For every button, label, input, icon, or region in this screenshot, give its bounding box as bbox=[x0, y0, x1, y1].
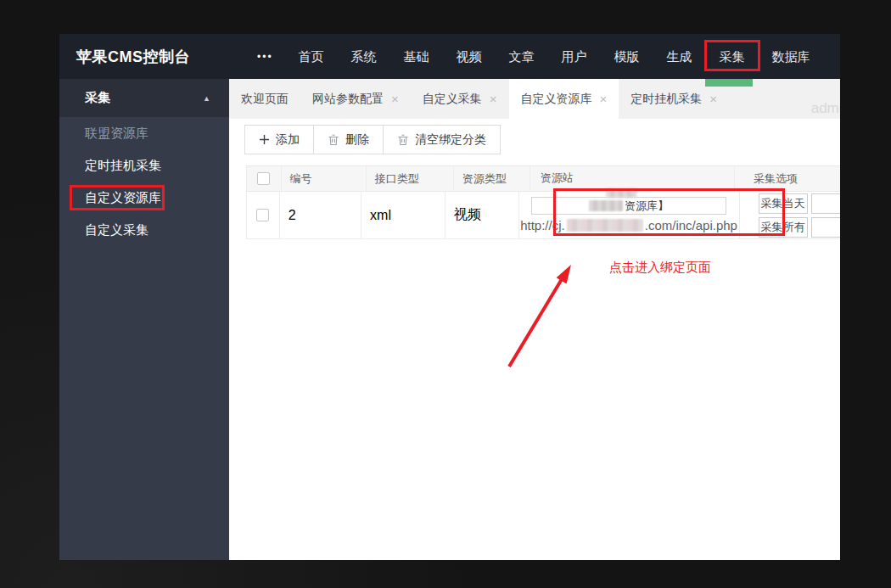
plus-icon bbox=[259, 134, 270, 145]
app-title: 苹果CMS控制台 bbox=[76, 47, 257, 67]
clear-bound-categories-button[interactable]: 清空绑定分类 bbox=[383, 125, 501, 154]
nav-item-basic[interactable]: 基础 bbox=[391, 34, 442, 79]
tab-close-icon[interactable]: × bbox=[391, 92, 399, 105]
row-checkbox[interactable] bbox=[256, 209, 269, 221]
sidebar-item-custom-resource[interactable]: 自定义资源库 bbox=[59, 182, 229, 214]
nav-item-user[interactable]: 用户 bbox=[549, 34, 600, 79]
app-window: 苹果CMS控制台 ••• 首页 系统 基础 视频 文章 用户 模版 生成 采集 … bbox=[59, 34, 840, 560]
resource-api-url[interactable]: http://cj. .com/inc/api.php bbox=[520, 218, 737, 232]
add-button[interactable]: 添加 bbox=[244, 125, 314, 154]
collapse-arrow-icon: ▲ bbox=[203, 94, 210, 103]
cell-resource-type: 视频 bbox=[445, 192, 518, 238]
column-header-api-type: 接口类型 bbox=[366, 166, 453, 191]
column-header-resource-type: 资源类型 bbox=[453, 166, 530, 191]
column-header-id: 编号 bbox=[281, 166, 366, 191]
cell-id: 2 bbox=[279, 192, 361, 238]
nav-item-collect[interactable]: 采集 bbox=[707, 34, 758, 79]
sidebar-item-custom-collect[interactable]: 自定义采集 bbox=[59, 214, 229, 246]
desktop-background: 苹果CMS控制台 ••• 首页 系统 基础 视频 文章 用户 模版 生成 采集 … bbox=[0, 0, 891, 588]
cell-collect-options: 采集当天 采集所有 bbox=[739, 192, 840, 238]
sidebar-item-timed-collect[interactable]: 定时挂机采集 bbox=[59, 149, 229, 182]
nav-item-system[interactable]: 系统 bbox=[339, 34, 389, 79]
column-header-collect-options: 采集选项 bbox=[734, 166, 840, 191]
nav-item-article[interactable]: 文章 bbox=[496, 34, 547, 79]
nav-item-generate[interactable]: 生成 bbox=[654, 34, 705, 79]
active-nav-indicator bbox=[705, 79, 753, 87]
resource-table: 编号 接口类型 资源类型 资源站 采集选项 2 xml 视频 bbox=[246, 165, 840, 239]
cell-resource-site: 资源库】 http://cj. .com/inc/api.php bbox=[518, 192, 739, 238]
main-panel: 欢迎页面 网站参数配置 × 自定义采集 × 自定义资源库 × bbox=[229, 79, 840, 560]
tab-site-params[interactable]: 网站参数配置 × bbox=[300, 79, 411, 119]
censored-blur bbox=[567, 219, 643, 232]
nav-item-video[interactable]: 视频 bbox=[444, 34, 495, 79]
tab-custom-resource[interactable]: 自定义资源库 × bbox=[509, 79, 619, 119]
table-header-row: 编号 接口类型 资源类型 资源站 采集选项 bbox=[246, 165, 840, 192]
censored-blur bbox=[589, 200, 623, 211]
trash-icon bbox=[397, 134, 409, 146]
annotation-text: 点击进入绑定页面 bbox=[609, 260, 711, 276]
menu-collapse-icon[interactable]: ••• bbox=[257, 51, 273, 63]
table-row: 2 xml 视频 资源库】 http://cj. bbox=[246, 192, 840, 239]
annotation-arrow-icon bbox=[505, 256, 586, 371]
tab-custom-collect[interactable]: 自定义采集 × bbox=[411, 79, 509, 119]
username-watermark: admin bbox=[811, 100, 840, 117]
delete-button[interactable]: 删除 bbox=[313, 125, 384, 154]
sidebar-item-union-resource[interactable]: 联盟资源库 bbox=[59, 117, 229, 149]
tab-close-icon[interactable]: × bbox=[490, 92, 497, 105]
sidebar: 采集 ▲ 联盟资源库 定时挂机采集 自定义资源库 自定义采集 bbox=[59, 79, 229, 560]
resource-name-input[interactable]: 资源库】 bbox=[531, 197, 726, 215]
app-body: 采集 ▲ 联盟资源库 定时挂机采集 自定义资源库 自定义采集 欢迎页面 bbox=[59, 79, 840, 560]
nav-item-database[interactable]: 数据库 bbox=[759, 34, 823, 79]
cell-api-type: xml bbox=[361, 192, 445, 238]
tab-welcome[interactable]: 欢迎页面 bbox=[229, 79, 300, 119]
column-header-resource-site: 资源站 bbox=[530, 166, 734, 191]
content-area: 添加 删除 清空绑定分类 bbox=[229, 119, 840, 560]
select-all-checkbox[interactable] bbox=[257, 172, 270, 185]
clipped-button[interactable] bbox=[811, 193, 840, 214]
nav-item-home[interactable]: 首页 bbox=[286, 34, 337, 79]
censored-blur bbox=[606, 188, 636, 198]
clipped-button[interactable] bbox=[811, 217, 840, 238]
trash-icon bbox=[328, 134, 339, 146]
tab-close-icon[interactable]: × bbox=[600, 92, 608, 105]
top-nav: 首页 系统 基础 视频 文章 用户 模版 生成 采集 数据库 bbox=[285, 34, 824, 79]
collect-all-button[interactable]: 采集所有 bbox=[759, 217, 808, 238]
collect-today-button[interactable]: 采集当天 bbox=[759, 193, 808, 214]
sidebar-group-collect[interactable]: 采集 ▲ bbox=[59, 79, 229, 117]
toolbar: 添加 删除 清空绑定分类 bbox=[244, 125, 501, 154]
tab-close-icon[interactable]: × bbox=[709, 92, 717, 105]
top-bar: 苹果CMS控制台 ••• 首页 系统 基础 视频 文章 用户 模版 生成 采集 … bbox=[59, 34, 840, 79]
nav-item-template[interactable]: 模版 bbox=[602, 34, 653, 79]
